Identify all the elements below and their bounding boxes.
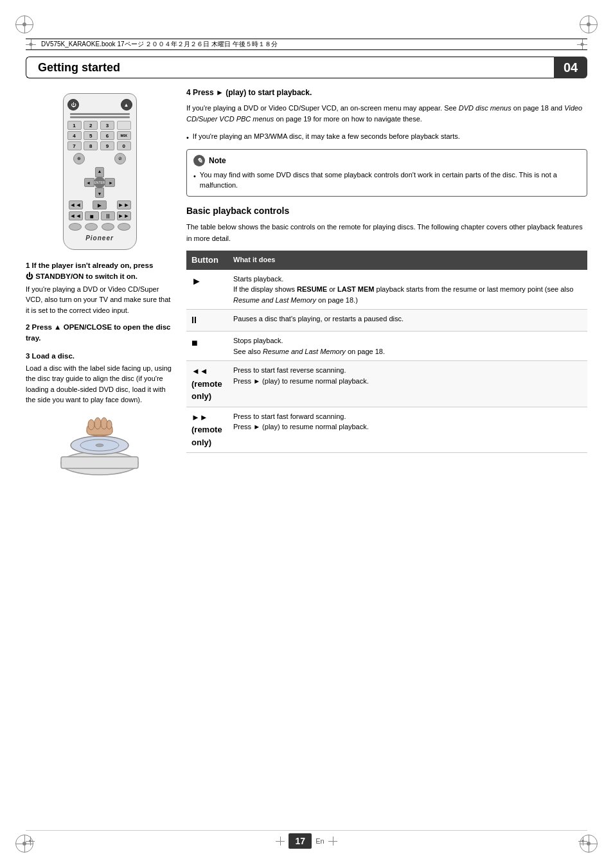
open-close-button-icon: ▲ bbox=[121, 99, 132, 111]
extra-btn-1 bbox=[69, 223, 82, 231]
remote-dpad: ▲ ▼ ◄ ► ENTER bbox=[67, 167, 132, 198]
svg-point-7 bbox=[88, 420, 94, 430]
stop-btn: ■ bbox=[85, 211, 99, 220]
step-4-bullet: • If you're playing an MP3/WMA disc, it … bbox=[186, 131, 587, 143]
btn-play: ► bbox=[186, 270, 228, 310]
step-2-heading: 2 Press ▲ OPEN/CLOSE to open the disc tr… bbox=[26, 323, 170, 342]
num-2: 2 bbox=[84, 121, 98, 130]
disc-svg bbox=[58, 412, 141, 483]
svg-point-4 bbox=[96, 444, 103, 447]
header-bar: DV575K_KARAOKE.book 17ページ ２００４年２月２６日 木曜日… bbox=[26, 39, 587, 50]
step-4-text: If you're playing a DVD or Video CD/Supe… bbox=[186, 103, 587, 125]
page-number: 17 bbox=[289, 833, 312, 849]
note-icon: ✎ bbox=[193, 155, 205, 166]
step-4-block: 4 Press ► (play) to start playback. If y… bbox=[186, 87, 587, 143]
step-1-text: If you're playing a DVD or Video CD/Supe… bbox=[26, 284, 173, 316]
transport-row-2: ◄◄ ■ ⏸ ►► bbox=[67, 211, 132, 220]
transport-row-1: ◄◄ ► ►► bbox=[67, 200, 132, 209]
svg-point-8 bbox=[94, 418, 101, 429]
remote-control: ⏻ ▲ 1 2 3 4 5 6 MIX bbox=[63, 93, 137, 250]
table-body: ► Starts playback.If the display shows R… bbox=[186, 270, 587, 453]
footer-center: 17 En bbox=[276, 833, 337, 849]
num-4: 4 bbox=[67, 131, 82, 140]
num-9: 9 bbox=[100, 141, 114, 150]
num-1: 1 bbox=[67, 121, 82, 130]
table-header-button: Button bbox=[186, 251, 228, 270]
reg-mark-top-left bbox=[13, 13, 36, 36]
pioneer-logo: Pioneer bbox=[67, 235, 132, 242]
standby-button-icon: ⏻ bbox=[67, 99, 79, 111]
step-3-text: Load a disc with the label side facing u… bbox=[26, 363, 173, 405]
chapter-title: Getting started bbox=[26, 57, 554, 78]
num-3: 3 bbox=[100, 121, 114, 130]
fwd-btn: ►► bbox=[117, 200, 131, 209]
table-row: ■ Stops playback.See also Resume and Las… bbox=[186, 332, 587, 361]
disc-illustration bbox=[26, 412, 173, 483]
pause-btn: ⏸ bbox=[101, 211, 115, 220]
remote-bottom-btns bbox=[67, 223, 132, 231]
remote-icon-1: ⊕ bbox=[73, 153, 85, 164]
table-header-what: What it does bbox=[228, 251, 587, 270]
extra-btn-4 bbox=[118, 223, 130, 231]
note-header: ✎ Note bbox=[193, 155, 580, 167]
left-column: ⏻ ▲ 1 2 3 4 5 6 MIX bbox=[26, 87, 173, 829]
footer-language: En bbox=[315, 837, 324, 845]
btn-fwd: ►► (remote only) bbox=[186, 407, 228, 453]
dpad-down: ▼ bbox=[95, 188, 104, 198]
footer: 17 En bbox=[26, 830, 587, 849]
section-heading: Basic playback controls bbox=[186, 204, 587, 218]
right-column: 4 Press ► (play) to start playback. If y… bbox=[186, 87, 587, 829]
main-content: ⏻ ▲ 1 2 3 4 5 6 MIX bbox=[26, 87, 587, 829]
step-1-heading: 1 If the player isn't already on, press bbox=[26, 261, 153, 269]
desc-pause: Pauses a disc that's playing, or restart… bbox=[228, 310, 587, 332]
remote-numpad: 1 2 3 4 5 6 MIX 7 8 9 0 bbox=[67, 121, 132, 150]
step-3-block: 3 Load a disc. Load a disc with the labe… bbox=[26, 351, 173, 405]
note-text: • You may find with some DVD discs that … bbox=[193, 170, 580, 191]
svg-point-9 bbox=[101, 418, 107, 429]
num-blank bbox=[117, 121, 131, 130]
num-mix: MIX bbox=[117, 131, 131, 140]
svg-point-10 bbox=[107, 420, 112, 429]
num-6: 6 bbox=[100, 131, 114, 140]
desc-stop: Stops playback.See also Resume and Last … bbox=[228, 332, 587, 361]
desc-rew: Press to start fast reverse scanning.Pre… bbox=[228, 361, 587, 407]
table-row: ◄◄ (remote only) Press to start fast rev… bbox=[186, 361, 587, 407]
num-7: 7 bbox=[67, 141, 82, 150]
play-btn: ► bbox=[93, 200, 107, 209]
remote-icon-2: ⊘ bbox=[114, 153, 126, 164]
svg-rect-1 bbox=[61, 457, 138, 468]
remote-lines bbox=[67, 113, 132, 118]
desc-fwd: Press to start fast forward scanning.Pre… bbox=[228, 407, 587, 453]
chapter-header: Getting started 04 bbox=[26, 57, 587, 78]
dpad-up: ▲ bbox=[95, 167, 104, 177]
note-box: ✎ Note • You may find with some DVD disc… bbox=[186, 149, 587, 197]
table-row: ► Starts playback.If the display shows R… bbox=[186, 270, 587, 310]
remote-illustration: ⏻ ▲ 1 2 3 4 5 6 MIX bbox=[26, 93, 173, 250]
next-btn: ►► bbox=[117, 211, 131, 220]
prev-btn: ◄◄ bbox=[69, 211, 83, 220]
num-5: 5 bbox=[84, 131, 98, 140]
extra-btn-3 bbox=[102, 223, 114, 231]
desc-play: Starts playback.If the display shows RES… bbox=[228, 270, 587, 310]
num-8: 8 bbox=[84, 141, 98, 150]
dpad-left: ◄ bbox=[84, 178, 94, 187]
reg-mark-top-right bbox=[577, 13, 600, 36]
btn-rew: ◄◄ (remote only) bbox=[186, 361, 228, 407]
dpad-center: ENTER bbox=[94, 177, 105, 188]
step-1-block: 1 If the player isn't already on, press … bbox=[26, 260, 173, 315]
remote-icon-row: ⊕ ⊘ bbox=[67, 153, 132, 164]
table-row: ►► (remote only) Press to start fast for… bbox=[186, 407, 587, 453]
table-row: II Pauses a disc that's playing, or rest… bbox=[186, 310, 587, 332]
num-0: 0 bbox=[117, 141, 131, 150]
header-file-info: DV575K_KARAOKE.book 17ページ ２００４年２月２６日 木曜日… bbox=[36, 40, 283, 49]
extra-btn-2 bbox=[85, 223, 98, 231]
step-1-heading2: ⏻ STANDBY/ON to switch it on. bbox=[26, 272, 138, 280]
rew-btn: ◄◄ bbox=[69, 200, 83, 209]
footer-right bbox=[578, 837, 587, 846]
btn-pause: II bbox=[186, 310, 228, 332]
dpad-right: ► bbox=[105, 178, 115, 187]
chapter-number: 04 bbox=[554, 57, 587, 78]
step-2-block: 2 Press ▲ OPEN/CLOSE to open the disc tr… bbox=[26, 322, 173, 344]
playback-table: Button What it does ► Starts playback.If… bbox=[186, 251, 587, 454]
step-3-heading: 3 Load a disc. bbox=[26, 352, 75, 360]
